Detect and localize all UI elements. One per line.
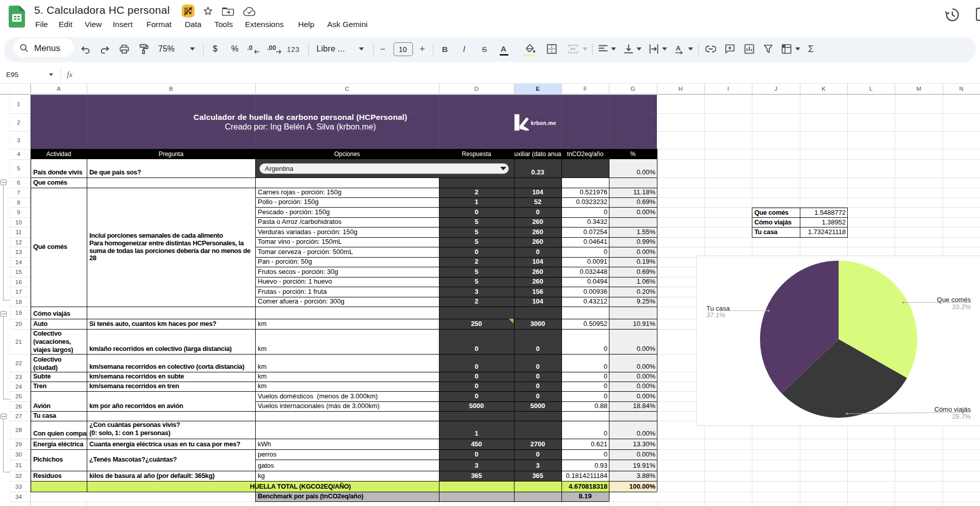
svg-text:A: A (676, 44, 681, 52)
